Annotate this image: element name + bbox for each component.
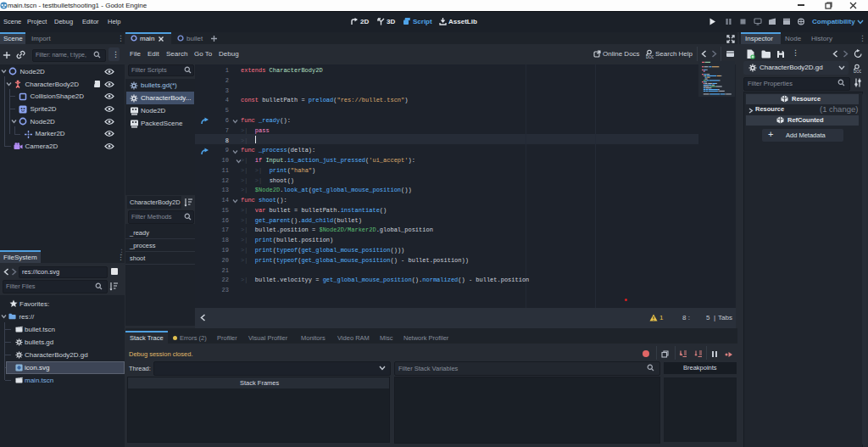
svg-text:DOC: DOC [854, 70, 861, 74]
svg-text:DOC: DOC [646, 55, 654, 59]
